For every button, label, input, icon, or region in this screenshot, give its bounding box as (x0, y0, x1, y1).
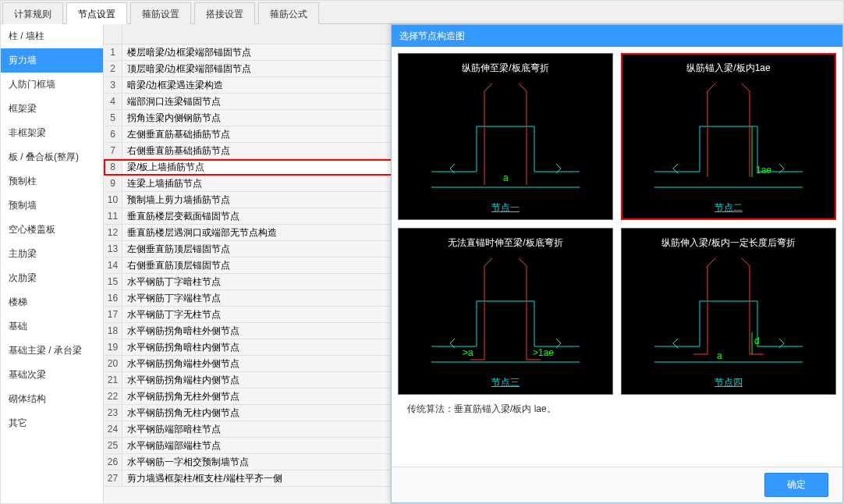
thumb-label[interactable]: 节点二 (715, 197, 743, 215)
row-number: 2 (104, 61, 122, 76)
sidebar-item-13[interactable]: 基础主梁 / 承台梁 (1, 339, 103, 363)
tab-0[interactable]: 计算规则 (2, 2, 63, 24)
svg-text:>a: >a (463, 347, 473, 358)
svg-text:1ae: 1ae (756, 165, 771, 176)
svg-text:d: d (754, 335, 760, 346)
thumbnail-grid: 纵筋伸至梁/板底弯折 a 节点一纵筋锚入梁/板内1ae 1ae 节点二无法直锚时… (398, 53, 836, 395)
row-number: 18 (104, 323, 122, 339)
sidebar-item-1[interactable]: 剪力墙 (1, 48, 103, 73)
row-number: 23 (104, 405, 122, 421)
node-thumb-1[interactable]: 纵筋伸至梁/板底弯折 a 节点一 (398, 53, 613, 220)
tab-3[interactable]: 搭接设置 (194, 2, 255, 24)
svg-text:a: a (503, 172, 509, 183)
row-number: 27 (104, 470, 122, 486)
ok-button[interactable]: 确定 (764, 473, 828, 497)
svg-text:a: a (717, 350, 722, 361)
thumb-title: 纵筋锚入梁/板内1ae (625, 59, 832, 80)
row-number: 3 (104, 77, 122, 93)
sidebar-item-6[interactable]: 预制柱 (1, 169, 103, 193)
row-number: 20 (104, 356, 122, 371)
thumb-diagram: a (402, 80, 609, 197)
algorithm-note: 传统算法：垂直筋锚入梁/板内 lae。 (398, 395, 836, 424)
sidebar-item-4[interactable]: 非框架梁 (1, 121, 103, 145)
sidebar-item-15[interactable]: 砌体结构 (1, 387, 103, 411)
sidebar-item-3[interactable]: 框架梁 (1, 97, 103, 121)
row-number: 1 (104, 44, 122, 60)
thumb-title: 纵筋伸至梁/板底弯折 (402, 59, 609, 80)
row-number: 8 (104, 159, 122, 175)
row-number: 7 (104, 143, 122, 158)
row-number: 24 (104, 421, 122, 437)
sidebar-item-16[interactable]: 其它 (1, 411, 103, 435)
thumb-title: 纵筋伸入梁/板内一定长度后弯折 (625, 233, 832, 254)
thumb-diagram: a d (625, 254, 832, 371)
row-number: 13 (104, 241, 122, 257)
top-tabs: 计算规则节点设置箍筋设置搭接设置箍筋公式 (1, 1, 843, 24)
row-number: 14 (104, 257, 122, 273)
row-number: 26 (104, 454, 122, 470)
thumb-label[interactable]: 节点四 (715, 371, 743, 389)
row-number: 9 (104, 176, 122, 191)
row-number: 21 (104, 372, 122, 388)
dialog-title: 选择节点构造图 (392, 25, 842, 47)
sidebar-item-12[interactable]: 基础 (1, 314, 103, 339)
node-thumb-4[interactable]: 纵筋伸入梁/板内一定长度后弯折 a d 节点四 (621, 228, 836, 395)
tab-2[interactable]: 箍筋设置 (130, 2, 191, 24)
row-number: 25 (104, 438, 122, 453)
sidebar-item-8[interactable]: 空心楼盖板 (1, 218, 103, 242)
row-number: 22 (104, 389, 122, 404)
row-number: 5 (104, 110, 122, 126)
row-number: 10 (104, 192, 122, 208)
node-thumb-3[interactable]: 无法直锚时伸至梁/板底弯折 >1ae >a 节点三 (398, 228, 613, 395)
row-number: 17 (104, 307, 122, 322)
sidebar: 柱 / 墙柱剪力墙人防门框墙框架梁非框架梁板 / 叠合板(整厚)预制柱预制墙空心… (1, 24, 104, 503)
sidebar-item-11[interactable]: 楼梯 (1, 290, 103, 314)
row-number: 11 (104, 208, 122, 224)
row-number: 19 (104, 339, 122, 355)
thumb-diagram: >1ae >a (402, 254, 609, 371)
sidebar-item-5[interactable]: 板 / 叠合板(整厚) (1, 145, 103, 169)
sidebar-item-0[interactable]: 柱 / 墙柱 (1, 24, 103, 48)
svg-text:>1ae: >1ae (533, 347, 554, 358)
thumb-label[interactable]: 节点三 (491, 371, 520, 389)
row-number: 6 (104, 126, 122, 142)
thumb-title: 无法直锚时伸至梁/板底弯折 (402, 233, 609, 254)
sidebar-item-7[interactable]: 预制墙 (1, 193, 103, 218)
sidebar-item-9[interactable]: 主肋梁 (1, 242, 103, 266)
sidebar-item-14[interactable]: 基础次梁 (1, 363, 103, 387)
sidebar-item-2[interactable]: 人防门框墙 (1, 73, 103, 97)
row-number: 4 (104, 94, 122, 109)
select-node-dialog: 选择节点构造图 纵筋伸至梁/板底弯折 a 节点一纵筋锚入梁/板内1ae 1ae … (391, 24, 843, 503)
thumb-label[interactable]: 节点一 (491, 197, 520, 215)
row-number: 15 (104, 274, 122, 289)
node-thumb-2[interactable]: 纵筋锚入梁/板内1ae 1ae 节点二 (621, 53, 836, 220)
row-number: 12 (104, 225, 122, 240)
tab-1[interactable]: 节点设置 (66, 2, 127, 24)
sidebar-item-10[interactable]: 次肋梁 (1, 266, 103, 290)
row-number: 16 (104, 290, 122, 306)
tab-4[interactable]: 箍筋公式 (258, 2, 319, 24)
thumb-diagram: 1ae (625, 80, 832, 197)
